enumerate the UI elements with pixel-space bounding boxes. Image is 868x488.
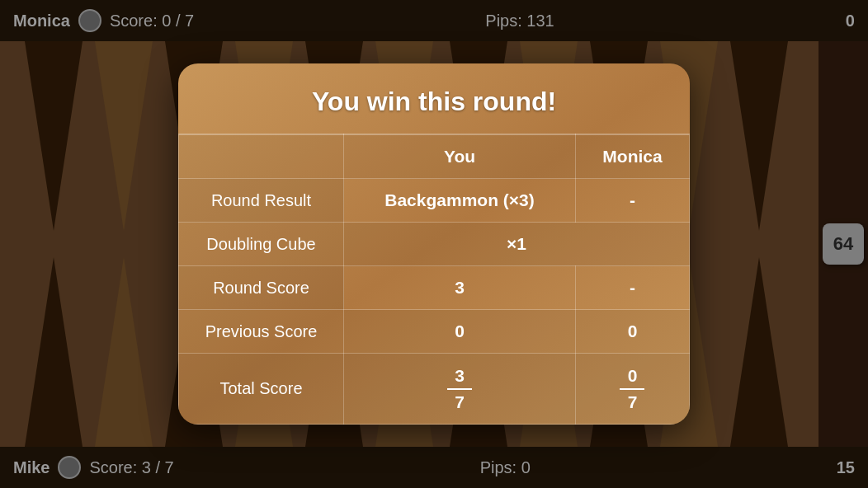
round-score-you: 3 xyxy=(344,266,576,310)
table-row-doubling-cube: Doubling Cube ×1 xyxy=(179,223,690,266)
previous-score-opponent: 0 xyxy=(575,310,689,354)
previous-score-label: Previous Score xyxy=(179,310,344,354)
fraction-line-you xyxy=(447,388,472,390)
table-header-row: You Monica xyxy=(179,134,690,179)
total-score-label: Total Score xyxy=(179,354,344,424)
total-score-you-denominator: 7 xyxy=(455,392,465,412)
col-header-label xyxy=(179,134,344,179)
round-result-label: Round Result xyxy=(179,179,344,223)
modal-title: You win this round! xyxy=(178,63,690,134)
score-table: You Monica Round Result Backgammon (×3) … xyxy=(178,134,690,424)
table-row-round-score: Round Score 3 - xyxy=(179,266,690,310)
total-score-opp-numerator: 0 xyxy=(628,365,638,386)
round-result-modal: You win this round! You Monica Round Res… xyxy=(178,63,690,424)
total-score-you-fraction: 3 7 xyxy=(447,365,472,411)
round-score-label: Round Score xyxy=(179,266,344,310)
previous-score-you: 0 xyxy=(344,310,576,354)
modal-overlay: You win this round! You Monica Round Res… xyxy=(0,0,868,488)
table-row-round-result: Round Result Backgammon (×3) - xyxy=(179,179,690,223)
round-score-opponent: - xyxy=(575,266,689,310)
table-row-previous-score: Previous Score 0 0 xyxy=(179,310,690,354)
total-score-you-numerator: 3 xyxy=(455,365,465,386)
doubling-cube-value-display: ×1 xyxy=(344,223,690,266)
total-score-opponent: 0 7 xyxy=(575,354,689,424)
col-header-opponent: Monica xyxy=(575,134,689,179)
table-row-total-score: Total Score 3 7 0 7 xyxy=(179,354,690,424)
total-score-opp-fraction: 0 7 xyxy=(620,365,644,411)
doubling-cube-label: Doubling Cube xyxy=(179,223,344,266)
fraction-line-opp xyxy=(620,388,644,390)
total-score-you: 3 7 xyxy=(344,354,576,424)
total-score-opp-denominator: 7 xyxy=(628,392,638,412)
col-header-you: You xyxy=(344,134,576,179)
round-result-you: Backgammon (×3) xyxy=(344,179,576,223)
round-result-opponent: - xyxy=(575,179,689,223)
